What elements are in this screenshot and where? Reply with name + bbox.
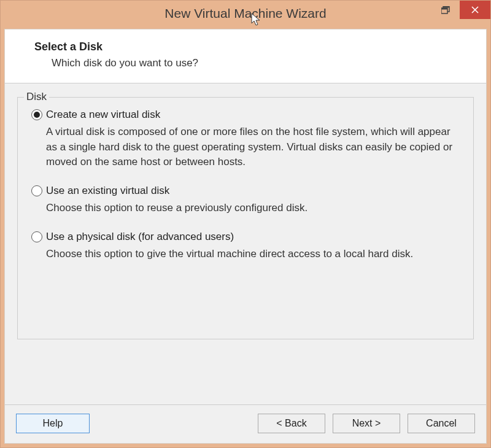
close-button[interactable] (460, 1, 490, 19)
radio-label[interactable]: Use a physical disk (for advanced users) (46, 231, 234, 243)
radio-description: Choose this option to give the virtual m… (46, 247, 460, 262)
cancel-button[interactable]: Cancel (408, 414, 475, 433)
svg-rect-1 (443, 6, 449, 8)
window-title: New Virtual Machine Wizard (164, 6, 326, 21)
navigation-buttons: < Back Next > Cancel (258, 414, 475, 433)
radio-row[interactable]: Use an existing virtual disk (31, 185, 460, 197)
content-area: Select a Disk Which disk do you want to … (4, 29, 487, 444)
radio-input-physical-disk[interactable] (31, 231, 42, 242)
footer-section: Help < Back Next > Cancel (5, 404, 486, 443)
next-button[interactable]: Next > (333, 414, 400, 433)
wizard-window: New Virtual Machine Wizard (0, 0, 491, 448)
radio-row[interactable]: Use a physical disk (for advanced users) (31, 231, 460, 243)
titlebar: New Virtual Machine Wizard (1, 1, 490, 26)
close-icon (471, 6, 479, 14)
groupbox-legend: Disk (24, 91, 49, 103)
radio-option-physical-disk: Use a physical disk (for advanced users)… (31, 231, 460, 262)
radio-input-create-new[interactable] (31, 109, 42, 120)
radio-description: Choose this option to reuse a previously… (46, 201, 460, 216)
page-subtitle: Which disk do you want to use? (52, 57, 469, 69)
radio-row[interactable]: Create a new virtual disk (31, 109, 460, 121)
radio-label[interactable]: Create a new virtual disk (46, 109, 160, 121)
radio-option-create-new: Create a new virtual disk A virtual disk… (31, 109, 460, 170)
radio-label[interactable]: Use an existing virtual disk (46, 185, 169, 197)
svg-rect-3 (441, 8, 447, 10)
radio-option-use-existing: Use an existing virtual disk Choose this… (31, 185, 460, 216)
back-button[interactable]: < Back (258, 414, 325, 433)
radio-input-use-existing[interactable] (31, 185, 42, 196)
radio-description: A virtual disk is composed of one or mor… (46, 125, 460, 170)
restore-icon[interactable] (431, 1, 460, 19)
disk-groupbox: Disk Create a new virtual disk A virtual… (17, 97, 474, 339)
header-section: Select a Disk Which disk do you want to … (5, 29, 486, 83)
help-button[interactable]: Help (16, 414, 90, 433)
body-section: Disk Create a new virtual disk A virtual… (5, 83, 486, 404)
page-title: Select a Disk (34, 41, 469, 53)
titlebar-controls (431, 1, 490, 26)
